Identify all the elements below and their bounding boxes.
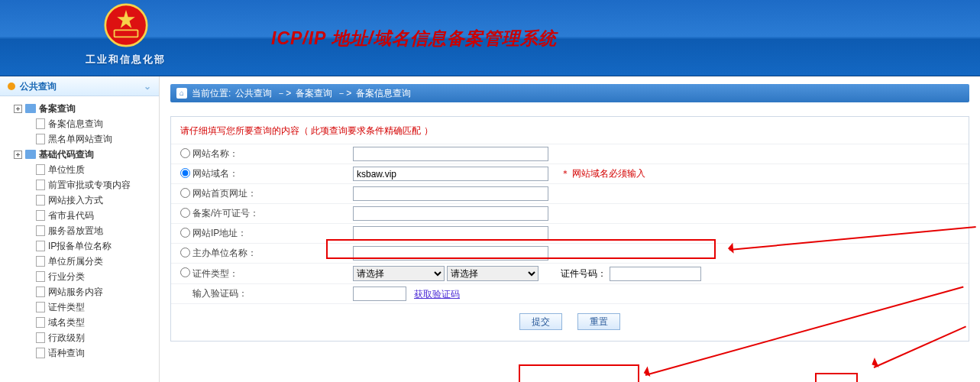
tree-item[interactable]: 单位性质	[24, 162, 156, 177]
leaf-icon	[24, 257, 33, 266]
ministry-name: 工业和信息化部	[86, 53, 166, 66]
tree-item-label[interactable]: 单位所属分类	[48, 254, 103, 269]
tree-item-label[interactable]: 域名类型	[48, 315, 85, 330]
get-captcha-link[interactable]: 获取验证码	[414, 289, 460, 299]
home-icon[interactable]: ⌂	[176, 88, 187, 99]
form-row-site_name: 网站名称：	[171, 144, 969, 163]
tree-item-label[interactable]: 黑名单网站查询	[48, 131, 112, 147]
tree-item[interactable]: IP报备单位名称	[24, 238, 156, 254]
breadcrumb-sep: －>	[337, 84, 351, 102]
tree-item[interactable]: 域名类型	[24, 315, 156, 330]
tree-group[interactable]: 备案查询	[14, 101, 156, 116]
form-row-home_url: 网站首页网址：	[171, 183, 969, 203]
breadcrumb-item[interactable]: 公共查询	[235, 84, 272, 102]
input-domain[interactable]	[353, 167, 548, 181]
leaf-icon	[24, 334, 33, 342]
page-icon	[36, 348, 45, 358]
label-home_url: 网站首页网址：	[192, 187, 353, 200]
tree-group[interactable]: 基础代码查询	[14, 147, 156, 162]
tree-item[interactable]: 网站服务内容	[24, 284, 156, 299]
reset-button[interactable]: 重置	[577, 313, 620, 330]
nav-tree: 备案查询备案信息查询黑名单网站查询基础代码查询单位性质前置审批或专项内容网站接入…	[0, 96, 159, 365]
tree-item[interactable]: 语种查询	[24, 345, 156, 361]
tree-item[interactable]: 前置审批或专项内容	[24, 177, 156, 193]
leaf-icon	[24, 288, 33, 296]
annotation-arrow-head	[637, 367, 650, 380]
tree-item[interactable]: 证件类型	[24, 299, 156, 315]
cert-no-label: 证件号码：	[561, 267, 606, 280]
submit-button[interactable]: 提交	[519, 313, 562, 330]
input-sponsor[interactable]	[353, 246, 548, 261]
tree-item[interactable]: 网站接入方式	[24, 193, 156, 208]
tree-item-label[interactable]: 证件类型	[48, 299, 85, 315]
folder-icon	[25, 104, 36, 113]
tree-item[interactable]: 省市县代码	[24, 208, 156, 223]
select-cert-type-2[interactable]: 请选择	[447, 266, 539, 281]
label-license: 备案/许可证号：	[192, 207, 353, 220]
tree-item-label[interactable]: 单位性质	[48, 162, 85, 177]
form-row-cert_type: 证件类型：请选择 请选择证件号码：	[171, 263, 969, 283]
tree-item[interactable]: 行业分类	[24, 269, 156, 284]
page-icon	[36, 210, 45, 221]
tree-item-label[interactable]: 备案信息查询	[48, 116, 103, 131]
radio-home_url[interactable]	[180, 188, 190, 198]
breadcrumb-pos-label: 当前位置:	[192, 84, 231, 102]
tree-group-label[interactable]: 备案查询	[39, 101, 76, 116]
tree-item-label[interactable]: 行政级别	[48, 330, 85, 345]
tree-item-label[interactable]: 行业分类	[48, 269, 85, 284]
tree-item[interactable]: 黑名单网站查询	[24, 131, 156, 147]
leaf-icon	[24, 319, 33, 327]
radio-domain[interactable]	[180, 168, 190, 178]
page-icon	[36, 286, 45, 297]
radio-site_name[interactable]	[180, 148, 190, 158]
radio-cert_type[interactable]	[180, 267, 190, 277]
label-domain: 网站域名：	[192, 167, 353, 180]
tree-item[interactable]: 服务器放置地	[24, 223, 156, 238]
input-captcha[interactable]	[353, 286, 406, 301]
tree-item-label[interactable]: 网站接入方式	[48, 193, 103, 208]
input-site_name[interactable]	[353, 147, 548, 161]
system-title: ICP/IP 地址/域名信息备案管理系统	[271, 27, 557, 50]
radio-license[interactable]	[180, 208, 190, 218]
collapse-icon[interactable]	[14, 105, 22, 113]
tree-item-label[interactable]: IP报备单位名称	[48, 238, 112, 254]
page-icon	[36, 134, 45, 144]
input-cert-no[interactable]	[610, 267, 701, 281]
sidebar-section-title: 公共查询	[20, 76, 57, 96]
input-ip[interactable]	[353, 226, 548, 241]
main-content: ⌂ 当前位置: 公共查询 －> 备案查询 －> 备案信息查询 请仔细填写您所要查…	[160, 76, 980, 382]
leaf-icon	[24, 181, 33, 189]
label-site_name: 网站名称：	[192, 147, 353, 160]
breadcrumb-sep: －>	[277, 84, 291, 102]
tree-group-label[interactable]: 基础代码查询	[39, 147, 94, 162]
tree-item-label[interactable]: 前置审批或专项内容	[48, 177, 131, 193]
chevron-down-icon: ⌄	[144, 76, 151, 96]
radio-ip[interactable]	[180, 228, 190, 238]
tree-item-label[interactable]: 语种查询	[48, 345, 85, 361]
tree-item[interactable]: 行政级别	[24, 330, 156, 345]
input-license[interactable]	[353, 206, 548, 221]
sidebar-section-header[interactable]: 公共查询 ⌄	[0, 76, 159, 96]
leaf-icon	[24, 227, 33, 235]
page-icon	[36, 271, 45, 282]
query-form: 请仔细填写您所要查询的内容（ 此项查询要求条件精确匹配 ） 网站名称：网站域名：…	[170, 116, 969, 342]
leaf-icon	[24, 166, 33, 174]
tree-item-label[interactable]: 省市县代码	[48, 208, 94, 223]
tree-item[interactable]: 备案信息查询	[24, 116, 156, 131]
leaf-icon	[24, 273, 33, 281]
breadcrumb-item[interactable]: 备案查询	[296, 84, 332, 102]
form-row-sponsor: 主办单位名称：	[171, 243, 969, 263]
label-ip: 网站IP地址：	[192, 227, 353, 240]
collapse-icon[interactable]	[14, 151, 22, 159]
tree-item-label[interactable]: 网站服务内容	[48, 284, 103, 299]
form-row-license: 备案/许可证号：	[171, 203, 969, 223]
radio-sponsor[interactable]	[180, 248, 190, 257]
page-icon	[36, 195, 45, 206]
select-cert-type-1[interactable]: 请选择	[353, 266, 445, 281]
tree-item-label[interactable]: 服务器放置地	[48, 223, 103, 238]
input-home_url[interactable]	[353, 186, 548, 201]
tree-item[interactable]: 单位所属分类	[24, 254, 156, 269]
svg-rect-3	[115, 31, 137, 36]
extra-domain: ＊ 网站域名必须输入	[561, 167, 645, 180]
annotation-highlight	[519, 364, 639, 382]
